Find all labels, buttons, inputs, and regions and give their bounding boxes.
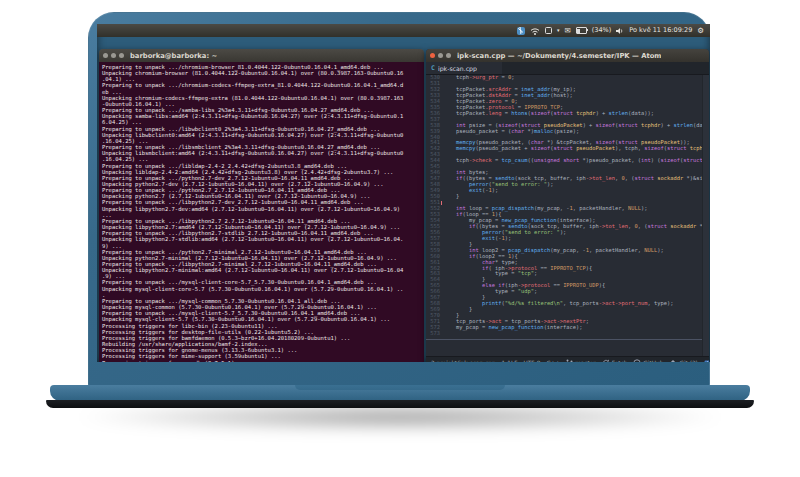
code-text[interactable]: tcph->urg_ptr = 0; tcpPacket.srcAddr = i… <box>443 75 702 356</box>
status-grammar[interactable]: C++ <box>546 360 560 362</box>
line-number-gutter: 5305315325335345355365375385395405415425… <box>426 75 443 356</box>
mail-icon[interactable]: ✉ <box>565 24 571 37</box>
atom-titlebar[interactable]: ipk-scan.cpp — ~/Dokumenty/4.semester/IP… <box>426 49 709 62</box>
gear-icon[interactable]: ⚙ <box>697 24 704 37</box>
c-file-icon: C <box>431 64 435 72</box>
battery-icon[interactable] <box>576 27 587 34</box>
branch-icon <box>566 359 573 362</box>
status-fetch-button[interactable]: Fetch <box>602 359 628 362</box>
terminal-line: Unpacking libpython2.7-stdlib:amd64 (2.7… <box>102 236 424 242</box>
terminal-line: Unpacking libsmbclient:amd64 (2:4.3.11+d… <box>102 150 424 156</box>
status-cursor-position[interactable]: 1:1 <box>502 360 511 362</box>
window-maximize-icon[interactable] <box>446 53 451 58</box>
atom-tab-bar: C ipk-scan.cpp <box>426 62 709 75</box>
bluetooth-icon[interactable] <box>517 27 525 35</box>
code-line: memcpy(pseudo_packet + sizeof(struct pse… <box>443 146 702 152</box>
sync-icon <box>602 359 610 362</box>
update-icon <box>704 360 709 363</box>
terminal-line: Preparing to unpack .../chromium-codecs-… <box>102 82 424 88</box>
atom-editor-window[interactable]: ipk-scan.cpp — ~/Dokumenty/4.semester/IP… <box>426 49 709 362</box>
status-line-ending[interactable]: LF <box>511 360 518 362</box>
terminal-line: Unpacking chromium-browser (81.0.4044.12… <box>102 70 424 76</box>
tab-ipk-scan-cpp[interactable]: C ipk-scan.cpp <box>426 62 502 74</box>
terminal-line: Unpacking mysql-client-core-5.7 (5.7.30-… <box>102 286 424 292</box>
terminal-line: Unpacking libpython2.7-minimal:amd64 (2.… <box>102 267 424 273</box>
code-line <box>443 331 702 337</box>
github-icon <box>633 359 641 362</box>
editor-bottom-divider <box>426 339 702 340</box>
terminal-line: Unpacking mysql-client-5.7 (5.7.30-0ubun… <box>102 316 424 322</box>
editor-scrollbar[interactable] <box>702 75 709 356</box>
window-close-icon[interactable] <box>430 53 435 58</box>
laptop-base-bottom <box>46 400 754 408</box>
status-file-path[interactable]: 2-projekt/ipk-scan.cpp <box>431 360 496 362</box>
system-top-bar: ▾ ✉ (34%) Po kvě 11 16:09:29 ⚙ <box>97 24 710 37</box>
line-number: 573 <box>426 331 440 337</box>
clock[interactable]: Po kvě 11 16:09:29 <box>629 24 692 37</box>
status-update-badge[interactable]: 1 update <box>704 360 709 363</box>
desktop-screen: ▾ ✉ (34%) Po kvě 11 16:09:29 ⚙ barborka@… <box>97 24 710 362</box>
battery-percentage: (34%) <box>592 24 612 37</box>
terminal-title: barborka@barborka: ~ <box>130 52 217 60</box>
code-line: printf("%d/%s filtered\n", tcp_ports->ac… <box>443 301 702 307</box>
terminal-output[interactable]: Preparing to unpack .../chromium-browser… <box>99 62 424 362</box>
atom-window-title: ipk-scan.cpp — ~/Dokumenty/4.semester/IP… <box>457 52 661 60</box>
atom-status-bar: 2-projekt/ipk-scan.cpp 1:1 LF UTF-8 C++ … <box>426 356 709 362</box>
terminal-line: Unpacking libwbclient0:amd64 (2:4.3.11+d… <box>102 132 424 138</box>
terminal-line: Processing triggers for man-db (2.7.5-1)… <box>102 360 424 363</box>
terminal-line: Unpacking libpython2.7-dev:amd64 (2.7.12… <box>102 206 424 212</box>
code-editor-area[interactable]: 5305315325335345355365375385395405415425… <box>426 75 709 356</box>
wifi-icon[interactable] <box>530 27 540 35</box>
code-line: tcph->check = tcp_csum((unsigned short *… <box>443 158 702 164</box>
status-github-button[interactable]: GitHub <box>633 359 663 362</box>
laptop-base <box>50 385 750 401</box>
status-encoding[interactable]: UTF-8 <box>524 360 541 362</box>
chevron-down-icon[interactable]: ▾ <box>557 24 560 37</box>
laptop-lid-notch <box>295 385 505 390</box>
volume-icon[interactable] <box>616 27 624 35</box>
tab-label: ipk-scan.cpp <box>438 65 477 72</box>
git-icon <box>669 359 677 362</box>
terminal-line: Unpacking samba-libs:amd64 (2:4.3.11+dfs… <box>102 113 424 119</box>
window-minimize-icon[interactable] <box>438 53 443 58</box>
status-git-branch[interactable]: master <box>566 359 595 362</box>
terminal-window[interactable]: barborka@barborka: ~ Preparing to unpack… <box>99 49 424 362</box>
desktop: barborka@barborka: ~ Preparing to unpack… <box>97 37 710 362</box>
window-minimize-icon[interactable] <box>111 53 116 58</box>
window-close-icon[interactable] <box>103 53 108 58</box>
laptop-mockup: ▾ ✉ (34%) Po kvě 11 16:09:29 ⚙ barborka@… <box>0 0 800 477</box>
terminal-line: Preparing to unpack .../libwbclient0_2%3… <box>102 126 424 132</box>
terminal-line: Preparing to unpack .../mysql-client-cor… <box>102 279 424 285</box>
keyboard-indicator-icon[interactable] <box>545 27 552 34</box>
status-git-button[interactable]: Git (3) <box>669 359 697 362</box>
terminal-titlebar[interactable]: barborka@barborka: ~ <box>99 49 424 62</box>
terminal-line: Unpacking libldap-2.4-2:amd64 (2.4.42+df… <box>102 169 424 175</box>
window-maximize-icon[interactable] <box>119 53 124 58</box>
